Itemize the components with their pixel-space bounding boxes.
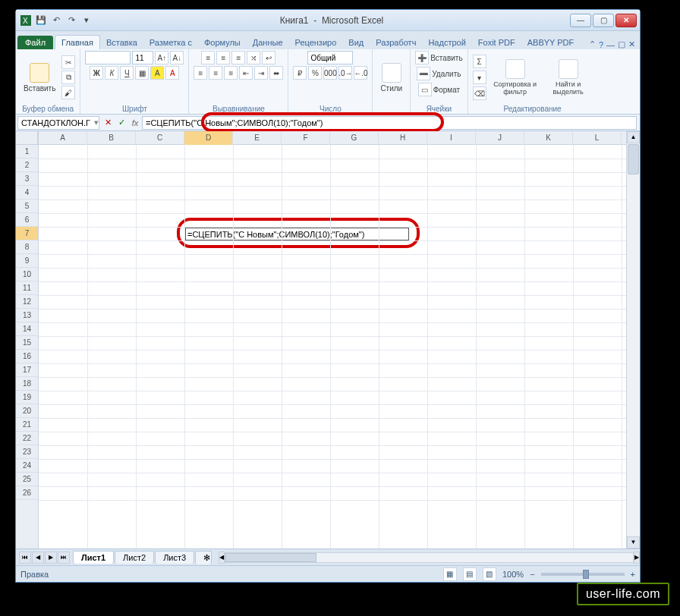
orientation-icon[interactable]: ⤭	[247, 51, 260, 64]
sheet-nav-first-icon[interactable]: ⏮	[19, 552, 31, 564]
view-normal-icon[interactable]: ▦	[443, 567, 457, 581]
hscroll-thumb[interactable]	[225, 553, 316, 562]
increase-font-icon[interactable]: A↑	[155, 51, 168, 64]
row-header-15[interactable]: 15	[16, 336, 38, 350]
sheet-tab-2[interactable]: Лист2	[115, 551, 154, 564]
col-header-J[interactable]: J	[476, 131, 524, 145]
row-header-20[interactable]: 20	[16, 404, 38, 418]
scroll-left-icon[interactable]: ◀	[219, 552, 225, 564]
bold-icon[interactable]: Ж	[90, 66, 103, 80]
zoom-in-icon[interactable]: +	[631, 570, 635, 579]
sort-filter-button[interactable]: Сортировка и фильтр	[490, 58, 541, 97]
row-header-9[interactable]: 9	[16, 254, 38, 268]
file-tab[interactable]: Файл	[17, 36, 53, 49]
undo-icon[interactable]: ↶	[49, 14, 63, 27]
tab-insert[interactable]: Вставка	[100, 36, 143, 49]
row-header-2[interactable]: 2	[16, 159, 38, 172]
decrease-font-icon[interactable]: A↓	[170, 51, 184, 64]
font-size-input[interactable]	[132, 51, 153, 64]
wrap-text-icon[interactable]: ↩	[262, 51, 275, 64]
row-header-19[interactable]: 19	[16, 391, 38, 404]
row-header-3[interactable]: 3	[16, 172, 38, 186]
comma-icon[interactable]: 000	[323, 66, 337, 80]
row-header-25[interactable]: 25	[16, 473, 38, 486]
underline-icon[interactable]: Ч	[120, 66, 134, 80]
save-icon[interactable]: 💾	[34, 14, 48, 27]
indent-decrease-icon[interactable]: ⇤	[239, 66, 253, 80]
name-box[interactable]: СТАНДОТКЛОН.Г▾	[17, 116, 99, 130]
col-header-A[interactable]: A	[39, 131, 87, 145]
minimize-button[interactable]: —	[570, 14, 591, 27]
row-header-22[interactable]: 22	[16, 432, 38, 445]
scroll-right-icon[interactable]: ▶	[634, 552, 640, 564]
tab-view[interactable]: Вид	[342, 36, 370, 49]
fill-color-icon[interactable]: A	[150, 66, 164, 80]
copy-icon[interactable]: ⧉	[61, 71, 75, 84]
tab-pagelayout[interactable]: Разметка с	[143, 36, 198, 49]
italic-icon[interactable]: К	[105, 66, 118, 80]
row-header-4[interactable]: 4	[16, 186, 38, 200]
enter-formula-icon[interactable]: ✓	[115, 116, 128, 130]
col-header-F[interactable]: F	[282, 131, 330, 145]
cancel-formula-icon[interactable]: ✕	[101, 116, 115, 130]
font-name-input[interactable]	[85, 51, 131, 64]
align-top-icon[interactable]: ≡	[201, 51, 215, 64]
horizontal-scrollbar[interactable]: ◀ ▶	[219, 552, 640, 564]
cut-icon[interactable]: ✂	[61, 55, 75, 69]
insert-cells-button[interactable]: ➕Вставить	[415, 51, 462, 64]
row-header-17[interactable]: 17	[16, 363, 38, 377]
vertical-scrollbar[interactable]: ▲ ▼	[626, 131, 640, 548]
decrease-decimal-icon[interactable]: ←.0	[354, 66, 367, 80]
format-cells-button[interactable]: ▭Формат	[418, 83, 461, 96]
tab-addins[interactable]: Надстрой	[422, 36, 471, 49]
col-header-H[interactable]: H	[379, 131, 427, 145]
zoom-level[interactable]: 100%	[502, 570, 524, 579]
styles-button[interactable]: Стили	[377, 61, 405, 94]
autosum-icon[interactable]: Σ	[473, 55, 486, 68]
paste-button[interactable]: Вставить	[20, 61, 58, 94]
fill-icon[interactable]: ▾	[473, 71, 486, 84]
tab-abbyy[interactable]: ABBYY PDF	[521, 36, 581, 49]
active-cell-editor[interactable]: =СЦЕПИТЬ("С Новым";СИМВОЛ(10);"Годом")	[185, 228, 409, 240]
align-right-icon[interactable]: ≡	[224, 66, 238, 80]
row-header-11[interactable]: 11	[16, 281, 38, 295]
col-header-C[interactable]: C	[136, 131, 184, 145]
vscroll-thumb[interactable]	[628, 144, 639, 174]
col-header-E[interactable]: E	[233, 131, 282, 145]
tab-formulas[interactable]: Формулы	[198, 36, 247, 49]
col-header-I[interactable]: I	[427, 131, 476, 145]
sheet-tab-3[interactable]: Лист3	[155, 551, 194, 564]
percent-icon[interactable]: %	[308, 66, 322, 80]
align-bottom-icon[interactable]: ≡	[231, 51, 245, 64]
zoom-slider[interactable]	[541, 573, 625, 576]
row-header-5[interactable]: 5	[16, 200, 38, 213]
currency-icon[interactable]: ₽	[293, 66, 307, 80]
tab-data[interactable]: Данные	[247, 36, 289, 49]
help-icon[interactable]: ?	[599, 40, 603, 49]
doc-minimize-icon[interactable]: —	[606, 40, 615, 49]
merge-icon[interactable]: ⬌	[269, 66, 283, 80]
redo-icon[interactable]: ↷	[65, 14, 78, 27]
sheet-nav-last-icon[interactable]: ⏭	[58, 552, 70, 564]
row-header-24[interactable]: 24	[16, 459, 38, 473]
row-header-10[interactable]: 10	[16, 268, 38, 281]
maximize-button[interactable]: ▢	[593, 14, 614, 27]
row-header-1[interactable]: 1	[16, 145, 38, 159]
font-color-icon[interactable]: A	[165, 66, 179, 80]
increase-decimal-icon[interactable]: .0→	[338, 66, 352, 80]
row-header-7[interactable]: 7	[16, 227, 38, 240]
col-header-G[interactable]: G	[330, 131, 379, 145]
cells-area[interactable]: =СЦЕПИТЬ("С Новым";СИМВОЛ(10);"Годом")	[39, 145, 626, 548]
sheet-tab-1[interactable]: Лист1	[73, 551, 114, 564]
format-painter-icon[interactable]: 🖌	[61, 86, 75, 99]
view-pagelayout-icon[interactable]: ▤	[463, 567, 477, 581]
clear-icon[interactable]: ⌫	[473, 86, 486, 100]
number-format-select[interactable]	[307, 51, 353, 64]
scroll-down-icon[interactable]: ▼	[627, 536, 640, 548]
select-all-corner[interactable]	[16, 131, 38, 145]
align-center-icon[interactable]: ≡	[209, 66, 222, 80]
zoom-thumb[interactable]	[583, 570, 589, 579]
row-header-6[interactable]: 6	[16, 213, 38, 227]
row-header-23[interactable]: 23	[16, 445, 38, 459]
delete-cells-button[interactable]: ➖Удалить	[417, 67, 461, 80]
